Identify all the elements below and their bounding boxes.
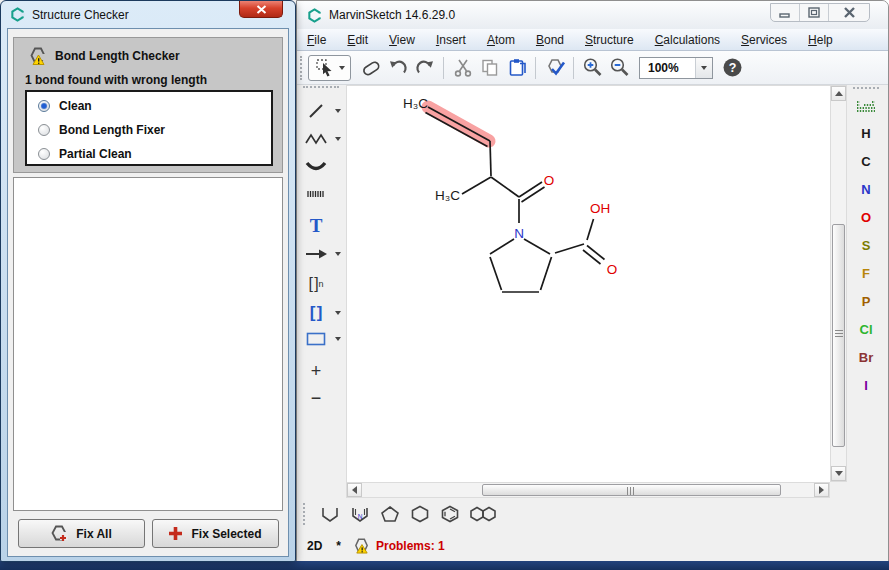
arc-tool[interactable] bbox=[301, 153, 331, 179]
menu-help[interactable]: Help bbox=[808, 33, 833, 47]
menu-structure[interactable]: Structure bbox=[585, 33, 634, 47]
problems-count[interactable]: Problems: 1 bbox=[376, 539, 445, 553]
menu-atom[interactable]: Atom bbox=[487, 33, 515, 47]
dimension-indicator[interactable]: 2D bbox=[307, 539, 322, 553]
menu-insert[interactable]: Insert bbox=[436, 33, 466, 47]
problems-warning-icon[interactable] bbox=[353, 537, 370, 554]
text-tool[interactable]: T bbox=[301, 213, 331, 239]
dialog-logo-icon bbox=[10, 7, 25, 22]
template-cyclopentadiene[interactable] bbox=[315, 501, 345, 527]
shape-tool-dropdown[interactable] bbox=[335, 326, 343, 352]
periodic-table-button[interactable] bbox=[851, 95, 881, 119]
selection-tool-button[interactable] bbox=[308, 55, 351, 81]
menu-view[interactable]: View bbox=[389, 33, 415, 47]
scroll-down-button[interactable] bbox=[831, 466, 846, 481]
menu-file[interactable]: File bbox=[307, 33, 326, 47]
marvinsketch-window: MarvinSketch 14.6.29.0 File Edit View In… bbox=[296, 0, 889, 562]
eraser-button[interactable] bbox=[357, 55, 384, 81]
scroll-left-button[interactable] bbox=[347, 483, 362, 497]
paste-button[interactable] bbox=[503, 55, 530, 81]
template-toolbar-grip[interactable] bbox=[303, 503, 307, 525]
dialog-titlebar[interactable]: Structure Checker bbox=[1, 1, 295, 28]
element-i-button[interactable]: I bbox=[851, 371, 881, 399]
chain-tool-dropdown[interactable] bbox=[335, 126, 343, 152]
bond-tool-dropdown[interactable] bbox=[335, 98, 343, 124]
fix-selected-button[interactable]: Fix Selected bbox=[152, 519, 279, 548]
horizontal-scroll-thumb[interactable] bbox=[482, 484, 781, 496]
element-h-button[interactable]: H bbox=[851, 119, 881, 147]
atom-hydroxyl[interactable]: OH bbox=[590, 201, 610, 216]
fix-selected-icon bbox=[168, 526, 183, 541]
bond-tool[interactable] bbox=[301, 98, 331, 124]
atom-methyl-top[interactable]: H₃C bbox=[403, 96, 428, 111]
fix-all-button[interactable]: Fix All bbox=[18, 519, 145, 548]
horizontal-scrollbar[interactable] bbox=[346, 482, 830, 498]
atom-carboxyl-oxygen[interactable]: O bbox=[607, 262, 618, 277]
decrease-charge-tool[interactable]: − bbox=[301, 385, 331, 411]
menu-calculations[interactable]: Calculations bbox=[655, 33, 720, 47]
element-p-button[interactable]: P bbox=[851, 287, 881, 315]
radio-partial-clean[interactable] bbox=[38, 148, 50, 160]
template-benzene[interactable] bbox=[435, 501, 465, 527]
template-fused-rings[interactable] bbox=[465, 501, 503, 527]
option-clean[interactable]: Clean bbox=[27, 94, 271, 118]
help-button[interactable]: ? bbox=[719, 55, 746, 81]
reaction-arrow-tool[interactable] bbox=[301, 241, 331, 267]
arrow-tool-dropdown[interactable] bbox=[335, 241, 343, 267]
chain-tool[interactable] bbox=[301, 126, 331, 152]
zoom-out-button[interactable] bbox=[606, 55, 633, 81]
zoom-dropdown-button[interactable] bbox=[695, 58, 712, 78]
molecule-canvas[interactable]: H₃C H₃C O N OH O bbox=[346, 85, 830, 482]
cut-button[interactable] bbox=[449, 55, 476, 81]
bracket-tool[interactable]: [ ] bbox=[301, 300, 331, 326]
template-pyrrolidine[interactable]: N bbox=[345, 501, 375, 527]
zoom-level-value: 100% bbox=[640, 61, 695, 75]
element-c-button[interactable]: C bbox=[851, 147, 881, 175]
marvin-titlebar[interactable]: MarvinSketch 14.6.29.0 bbox=[297, 1, 888, 29]
hashed-line-tool[interactable] bbox=[301, 181, 331, 207]
zoom-level-combo[interactable]: 100% bbox=[639, 57, 713, 79]
zoom-in-button[interactable] bbox=[579, 55, 606, 81]
option-partial-clean[interactable]: Partial Clean bbox=[27, 142, 271, 166]
scroll-up-button[interactable] bbox=[831, 86, 846, 101]
copy-button[interactable] bbox=[476, 55, 503, 81]
redo-button[interactable] bbox=[411, 55, 438, 81]
element-f-button[interactable]: F bbox=[851, 259, 881, 287]
atom-ring-nitrogen[interactable]: N bbox=[514, 226, 524, 241]
element-toolbar-grip[interactable] bbox=[853, 87, 879, 91]
element-o-button[interactable]: O bbox=[851, 203, 881, 231]
undo-button[interactable] bbox=[384, 55, 411, 81]
selection-dropdown-icon[interactable] bbox=[339, 66, 345, 70]
minimize-button[interactable] bbox=[771, 4, 800, 21]
element-cl-button[interactable]: Cl bbox=[851, 315, 881, 343]
window-title: MarvinSketch 14.6.29.0 bbox=[329, 8, 455, 22]
scroll-right-button[interactable] bbox=[814, 483, 829, 497]
menu-services[interactable]: Services bbox=[741, 33, 787, 47]
increase-charge-tool[interactable]: + bbox=[301, 358, 331, 384]
restore-button[interactable] bbox=[800, 4, 829, 21]
draw-toolbar-grip[interactable] bbox=[303, 86, 339, 90]
dialog-close-button[interactable] bbox=[239, 1, 283, 18]
vertical-scrollbar[interactable] bbox=[830, 85, 847, 482]
radio-clean[interactable] bbox=[38, 100, 50, 112]
menu-edit[interactable]: Edit bbox=[347, 33, 368, 47]
close-button[interactable] bbox=[829, 4, 869, 21]
radio-bond-length-fixer[interactable] bbox=[38, 124, 50, 136]
element-n-button[interactable]: N bbox=[851, 175, 881, 203]
checker-results-list[interactable] bbox=[13, 177, 283, 511]
template-cyclopentane[interactable] bbox=[375, 501, 405, 527]
vertical-scroll-thumb[interactable] bbox=[832, 224, 845, 447]
option-bond-length-fixer[interactable]: Bond Length Fixer bbox=[27, 118, 271, 142]
repeating-group-tool[interactable]: [ ]n bbox=[301, 271, 331, 297]
bracket-tool-dropdown[interactable] bbox=[335, 300, 343, 326]
menu-bond[interactable]: Bond bbox=[536, 33, 564, 47]
element-br-button[interactable]: Br bbox=[851, 343, 881, 371]
atom-carbonyl-oxygen[interactable]: O bbox=[544, 173, 555, 188]
check-structure-button[interactable] bbox=[541, 55, 568, 81]
toolbar-grip[interactable] bbox=[300, 56, 304, 80]
open-ring-icon bbox=[319, 505, 341, 523]
element-s-button[interactable]: S bbox=[851, 231, 881, 259]
template-cyclohexane[interactable] bbox=[405, 501, 435, 527]
shape-tool[interactable] bbox=[301, 326, 331, 352]
atom-methyl-side[interactable]: H₃C bbox=[435, 188, 460, 203]
